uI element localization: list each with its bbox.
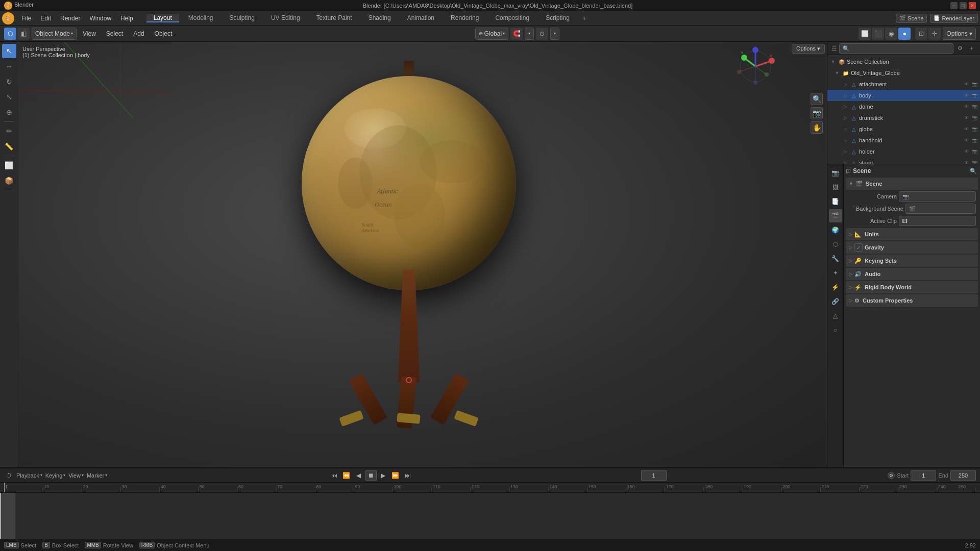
material-props-tab[interactable]: ○ — [829, 323, 842, 337]
prev-keyframe-btn[interactable]: ⏪ — [341, 470, 352, 481]
object-props-tab[interactable]: ⬡ — [829, 238, 842, 251]
vintage-globe-expand[interactable]: ▼ — [834, 69, 841, 77]
outliner-item-handhold[interactable]: ▷ △ handhold 👁 📷 — [827, 135, 980, 146]
workspace-tab-shading[interactable]: Shading — [361, 14, 398, 22]
rigid-body-world-header[interactable]: ▷ ⚡ Rigid Body World — [846, 281, 978, 293]
scene-collection-item[interactable]: ▼ 📦 Scene Collection — [827, 56, 980, 67]
viewport-options-btn[interactable]: Options ▾ — [792, 44, 825, 54]
play-pause-btn[interactable]: ⏹ — [365, 470, 377, 481]
proportional-edit-toggle[interactable]: ⊙ — [536, 28, 548, 40]
viewport-icon[interactable]: ⬡ — [4, 28, 16, 40]
handhold-render-icon[interactable]: 📷 — [971, 137, 978, 144]
maximize-button[interactable]: □ — [960, 2, 967, 9]
snap-toggle[interactable]: 🧲 — [510, 28, 523, 40]
gravity-section-header[interactable]: ▷ ✓ Gravity — [846, 241, 978, 254]
add-cube-tool[interactable]: ⬜ — [2, 158, 16, 172]
wireframe-shading-btn[interactable]: ⬜ — [859, 28, 871, 40]
gravity-checkbox[interactable]: ✓ — [854, 243, 863, 252]
keying-menu[interactable]: Keying ▾ — [45, 472, 66, 479]
attachment-render-icon[interactable]: 📷 — [971, 81, 978, 88]
properties-filter-btn[interactable]: 🔍 — [969, 166, 978, 176]
marker-menu[interactable]: Marker ▾ — [87, 472, 107, 479]
timeline-content[interactable] — [0, 493, 980, 539]
camera-view-btn[interactable]: 📷 — [811, 107, 823, 119]
cursor-tool[interactable]: ↖ — [2, 44, 16, 58]
camera-value[interactable]: 📷 — [899, 191, 976, 202]
drumstick-render-icon[interactable]: 📷 — [971, 114, 978, 121]
jump-to-start-btn[interactable]: ⏮ — [329, 470, 340, 481]
prev-frame-btn[interactable]: ◀ — [353, 470, 364, 481]
solid-shading-btn[interactable]: ⬛ — [872, 28, 884, 40]
workspace-tab-uv-editing[interactable]: UV Editing — [264, 14, 307, 22]
physics-props-tab[interactable]: ⚡ — [829, 281, 842, 294]
globe-render-icon[interactable]: 📷 — [971, 126, 978, 133]
handhold-visibility-icon[interactable]: 👁 — [963, 137, 970, 144]
overlay-toggle[interactable]: ⊡ — [915, 28, 927, 40]
modifier-props-tab[interactable]: 🔧 — [829, 252, 842, 265]
jump-to-end-btn[interactable]: ⏭ — [402, 470, 413, 481]
body-visibility-icon[interactable]: 👁 — [963, 92, 970, 99]
workspace-tab-texture-paint[interactable]: Texture Paint — [309, 14, 359, 22]
outliner-item-dome[interactable]: ▷ △ dome 👁 📷 — [827, 101, 980, 112]
viewport-panel-toggle[interactable]: ◧ — [17, 28, 30, 40]
globe-visibility-icon[interactable]: 👁 — [963, 126, 970, 133]
render-layer-selector[interactable]: 📑 RenderLayer — [930, 14, 978, 23]
particles-props-tab[interactable]: ✦ — [829, 266, 842, 280]
viewport-select-menu[interactable]: Select — [102, 29, 127, 38]
workspace-tab-sculpting[interactable]: Sculpting — [223, 14, 262, 22]
annotate-tool[interactable]: ✏ — [2, 124, 16, 138]
active-clip-value[interactable]: 🎞 — [899, 216, 976, 226]
outliner-item-body[interactable]: ▷ △ body 👁 📷 — [827, 90, 980, 101]
drumstick-visibility-icon[interactable]: 👁 — [963, 114, 970, 121]
stand-render-icon[interactable]: 📷 — [971, 159, 978, 164]
scale-tool[interactable]: ⤡ — [2, 90, 16, 104]
workspace-tab-scripting[interactable]: Scripting — [538, 14, 577, 22]
pan-btn[interactable]: ✋ — [811, 121, 823, 134]
timeline-ruler[interactable]: 1 10 20 30 40 50 60 70 80 90 100 110 120 — [0, 483, 980, 493]
custom-props-header[interactable]: ▷ ⚙ Custom Properties — [846, 294, 978, 307]
workspace-tab-compositing[interactable]: Compositing — [488, 14, 536, 22]
minimize-button[interactable]: ─ — [950, 2, 958, 9]
output-props-tab[interactable]: 🖼 — [829, 181, 842, 194]
body-render-icon[interactable]: 📷 — [971, 92, 978, 99]
start-frame-input[interactable] — [911, 470, 936, 481]
workspace-tab-modeling[interactable]: Modeling — [181, 14, 220, 22]
outliner-search-input[interactable] — [839, 43, 953, 54]
viewport-add-menu[interactable]: Add — [129, 29, 148, 38]
holder-visibility-icon[interactable]: 👁 — [963, 148, 970, 155]
move-tool[interactable]: ↔ — [2, 59, 16, 73]
transform-orientation-dropdown[interactable]: ⊕ Global ▾ — [475, 28, 508, 40]
fps-settings-btn[interactable]: ⚙ — [888, 472, 895, 479]
add-object-tool[interactable]: 📦 — [2, 173, 16, 188]
workspace-tab-animation[interactable]: Animation — [400, 14, 442, 22]
workspace-tab-rendering[interactable]: Rendering — [444, 14, 486, 22]
view-menu[interactable]: View ▾ — [68, 472, 84, 479]
outliner-item-stand[interactable]: ▷ △ stand 👁 📷 — [827, 157, 980, 164]
proportional-settings-dropdown[interactable]: ▾ — [550, 28, 559, 40]
viewport-object-menu[interactable]: Object — [151, 29, 177, 38]
menu-help[interactable]: Help — [116, 14, 137, 23]
outliner-item-holder[interactable]: ▷ △ holder 👁 📷 — [827, 146, 980, 157]
scene-props-tab[interactable]: 🎬 — [829, 209, 842, 222]
scene-collection-expand[interactable]: ▼ — [829, 58, 837, 65]
render-props-tab[interactable]: 📷 — [829, 166, 842, 180]
vintage-globe-collection-item[interactable]: ▼ 📁 Old_Vintage_Globe — [827, 67, 980, 79]
outliner-filter-btn[interactable]: ⚙ — [955, 44, 965, 53]
workspace-tab-layout[interactable]: Layout — [146, 14, 179, 22]
outliner-item-globe[interactable]: ▷ △ globe 👁 📷 — [827, 123, 980, 135]
end-frame-input[interactable] — [950, 470, 976, 481]
next-frame-btn[interactable]: ▶ — [378, 470, 389, 481]
menu-edit[interactable]: Edit — [36, 14, 55, 23]
zoom-in-btn[interactable]: 🔍 — [811, 93, 823, 105]
data-props-tab[interactable]: △ — [829, 309, 842, 322]
dome-render-icon[interactable]: 📷 — [971, 103, 978, 110]
world-props-tab[interactable]: 🌍 — [829, 223, 842, 237]
next-keyframe-btn[interactable]: ⏩ — [390, 470, 401, 481]
stand-visibility-icon[interactable]: 👁 — [963, 159, 970, 164]
units-section-header[interactable]: ▷ 📐 Units — [846, 228, 978, 240]
viewport-gizmo[interactable]: X Y Z — [735, 46, 776, 87]
rotate-tool[interactable]: ↻ — [2, 74, 16, 89]
holder-render-icon[interactable]: 📷 — [971, 148, 978, 155]
outliner-new-btn[interactable]: ＋ — [967, 44, 976, 53]
rendered-shading-btn[interactable]: ● — [898, 28, 911, 40]
